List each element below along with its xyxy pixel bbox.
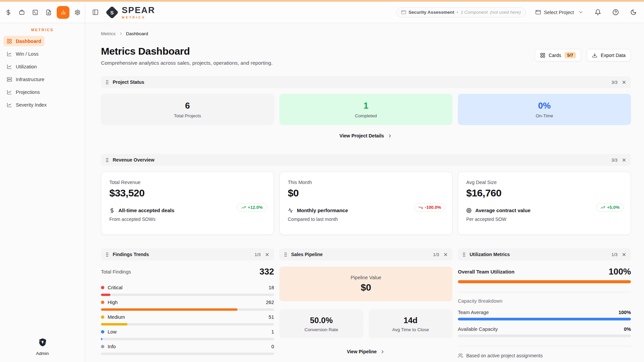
total-findings-label: Total Findings — [101, 269, 131, 275]
section-counter: 1/3 — [255, 252, 261, 257]
cards-count-badge: 5/7 — [565, 52, 576, 58]
notifications-bell-icon[interactable] — [595, 9, 601, 15]
finding-row-low: Low 1 — [101, 328, 274, 340]
close-icon[interactable] — [265, 252, 270, 257]
severity-dot — [101, 301, 104, 304]
section-counter: 1/3 — [611, 252, 618, 257]
metrics-app-icon[interactable] — [57, 6, 69, 19]
overall-utilization-value: 100% — [609, 266, 631, 277]
drag-handle-icon[interactable] — [284, 252, 287, 257]
context-pill[interactable]: Security Assessment • 1 Component (not u… — [396, 7, 526, 17]
chart-icon — [7, 89, 12, 95]
main-content: Metrics Dashboard Metrics Dashboard Comp… — [85, 23, 644, 358]
revenue-card-total: Total Revenue $33,520 +12.0% All-time ac… — [101, 172, 274, 235]
section-revenue-overview: Revenue Overview 3/3 Total Revenue $33,5… — [101, 154, 631, 235]
finding-row-medium: Medium 51 — [101, 314, 274, 325]
chart-icon — [7, 102, 12, 108]
target-icon — [466, 208, 472, 213]
drag-handle-icon[interactable] — [105, 252, 109, 257]
revenue-card-month: This Month $0 -100.0% Monthly performanc… — [279, 172, 452, 235]
sidebar-item-projections[interactable]: Projections — [3, 87, 43, 97]
cards-button[interactable]: Cards 5/7 — [535, 49, 581, 61]
sidebar-item-dashboard[interactable]: Dashboard — [3, 36, 45, 46]
avatar[interactable] — [38, 338, 48, 348]
utilization-footnote: Based on active project assignments — [458, 353, 631, 358]
select-project-dropdown[interactable]: Select Project — [535, 9, 583, 15]
section-counter: 3/3 — [611, 80, 618, 85]
available-capacity-bar — [458, 335, 631, 337]
avg-time-card: 14d Avg Time to Close — [369, 309, 452, 338]
breadcrumb: Metrics Dashboard — [101, 31, 631, 36]
overall-utilization-bar — [458, 280, 631, 283]
chevron-right-icon — [387, 133, 392, 138]
brand-mark-icon: S — [105, 6, 119, 19]
section-utilization-metrics: Utilization Metrics 1/3 Overall Team Uti… — [458, 248, 631, 358]
capacity-breakdown-label: Capacity Breakdown — [458, 298, 631, 304]
view-pipeline-link[interactable]: View Pipeline — [279, 349, 452, 354]
help-icon[interactable] — [612, 9, 619, 15]
dark-mode-icon[interactable] — [630, 9, 637, 15]
drag-handle-icon[interactable] — [105, 158, 109, 163]
total-findings-value: 332 — [260, 266, 274, 277]
drag-handle-icon[interactable] — [462, 252, 466, 257]
trending-up-icon — [241, 205, 246, 210]
finding-row-info: Info 0 — [101, 343, 274, 355]
view-project-details-link[interactable]: View Project Details — [101, 133, 631, 138]
projects-app-icon[interactable] — [16, 7, 27, 18]
app-switcher — [0, 2, 85, 23]
drag-handle-icon[interactable] — [105, 80, 109, 85]
folder-icon — [401, 10, 406, 15]
close-icon[interactable] — [622, 158, 627, 163]
chevron-right-icon — [119, 32, 123, 36]
severity-dot — [101, 330, 104, 334]
conversion-rate-card: 50.0% Conversion Rate — [279, 309, 363, 338]
severity-dot — [101, 315, 104, 319]
section-title: Sales Pipeline — [291, 252, 323, 257]
terminal-app-icon[interactable] — [30, 7, 41, 18]
sidebar-item-severity-index[interactable]: Severity Index — [3, 100, 50, 110]
finding-row-critical: Critical 18 — [101, 284, 274, 296]
users-icon — [458, 353, 463, 358]
close-icon[interactable] — [443, 252, 448, 257]
change-badge: +12.0% — [237, 203, 267, 212]
brand-subtitle: METRICS — [122, 15, 155, 19]
export-data-button[interactable]: Export Data — [587, 49, 631, 61]
finance-app-icon[interactable] — [3, 7, 14, 18]
server-icon — [7, 77, 12, 82]
severity-dot — [101, 286, 104, 289]
close-icon[interactable] — [622, 252, 627, 257]
section-sales-pipeline: Sales Pipeline 1/3 Pipeline Value $0 50.… — [279, 248, 452, 358]
sidebar-item-utilization[interactable]: Utilization — [3, 61, 40, 72]
activity-icon — [288, 208, 293, 213]
revenue-card-avg-deal: Avg Deal Size $16,760 +5.0% Average cont… — [458, 172, 631, 235]
change-badge: +5.0% — [596, 203, 624, 212]
sidebar-item-infrastructure[interactable]: Infrastructure — [3, 74, 48, 84]
stat-completed: 1 Completed — [279, 94, 452, 125]
chart-icon — [7, 51, 12, 57]
sidebar-toggle-icon[interactable] — [90, 7, 101, 18]
available-capacity-row: Available Capacity 0% — [458, 326, 631, 332]
close-icon[interactable] — [622, 80, 627, 85]
page-title: Metrics Dashboard — [101, 46, 273, 57]
grid-icon — [540, 53, 545, 58]
user-name: Admin — [36, 351, 49, 356]
section-title: Utilization Metrics — [470, 252, 510, 257]
brand-name: SPEAR — [122, 6, 155, 14]
section-counter: 3/3 — [611, 158, 618, 163]
top-header-bar: S SPEAR METRICS Security Assessment • 1 … — [0, 2, 644, 23]
section-project-status: Project Status 3/3 6 Total Projects 1 Co… — [101, 76, 631, 138]
chart-icon — [7, 64, 12, 69]
sidebar-item-win-loss[interactable]: Win / Loss — [3, 49, 42, 59]
breadcrumb-root[interactable]: Metrics — [101, 31, 116, 36]
download-icon — [592, 53, 597, 58]
breadcrumb-current: Dashboard — [126, 31, 148, 36]
trending-up-icon — [600, 205, 605, 210]
team-average-bar — [458, 318, 631, 320]
sidebar-section-label: METRICS — [0, 28, 85, 32]
stat-total-projects: 6 Total Projects — [101, 94, 274, 125]
documents-app-icon[interactable] — [43, 7, 54, 18]
section-title: Revenue Overview — [113, 157, 155, 163]
change-badge: -100.0% — [414, 203, 445, 212]
severity-dot — [101, 345, 104, 348]
settings-app-icon[interactable] — [72, 7, 83, 18]
